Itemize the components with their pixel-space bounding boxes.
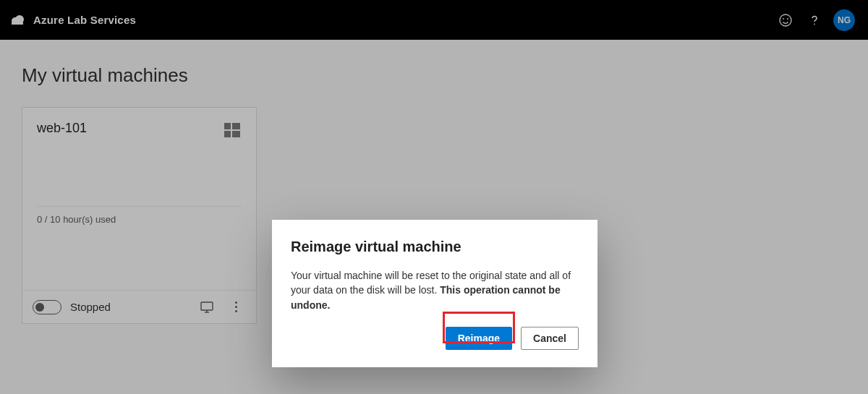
dialog-title: Reimage virtual machine [291,239,579,255]
dialog-body: Your virtual machine will be reset to th… [291,268,579,312]
cancel-button[interactable]: Cancel [521,327,579,350]
reimage-button[interactable]: Reimage [446,327,512,350]
reimage-dialog: Reimage virtual machine Your virtual mac… [272,220,597,367]
